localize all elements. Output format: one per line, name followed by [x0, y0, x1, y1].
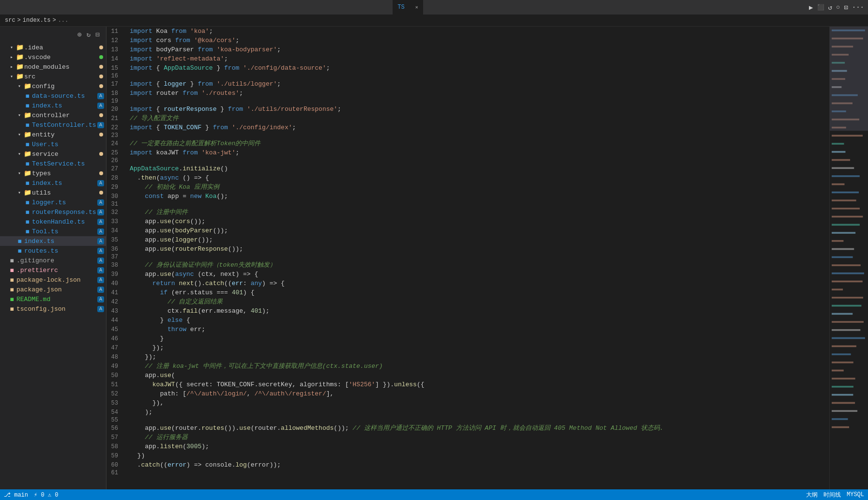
line-content[interactable]: import { routerResponse } from './utils/…: [126, 105, 829, 114]
breadcrumb-src[interactable]: src: [5, 17, 15, 24]
line-content[interactable]: // 身份认证验证中间件（token失效时触发）: [126, 260, 829, 270]
run-icon[interactable]: ▶: [809, 3, 813, 12]
line-content[interactable]: }),: [126, 398, 829, 408]
sidebar-item-node-modules[interactable]: ▸ 📁 node_modules: [0, 62, 106, 72]
line-content[interactable]: });: [126, 352, 829, 362]
sidebar-item-tokenhandle[interactable]: ◼ tokenHandle.ts A: [0, 217, 106, 227]
line-content[interactable]: throw err;: [126, 325, 829, 334]
line-content[interactable]: // 自定义返回结果: [126, 297, 829, 306]
sidebar-item-vscode[interactable]: ▸ 📁 .vscode: [0, 52, 106, 62]
line-number: 49: [107, 362, 126, 371]
line-content[interactable]: [126, 132, 829, 139]
line-content[interactable]: [126, 73, 829, 79]
sidebar-item-prettierrc[interactable]: ◼ .prettierrc A: [0, 265, 106, 275]
sidebar-item-config-index[interactable]: ◼ index.ts A: [0, 101, 106, 110]
line-content[interactable]: app.use(async (ctx, next) => {: [126, 270, 829, 279]
debug-icon[interactable]: ⬛: [817, 4, 824, 11]
sidebar-item-types[interactable]: ▾ 📁 types: [0, 168, 106, 178]
sidebar-item-readme[interactable]: ◼ README.md A: [0, 294, 106, 304]
breadcrumb-more[interactable]: ...: [58, 17, 69, 24]
line-content[interactable]: [126, 417, 829, 424]
sidebar-item-entity[interactable]: ▾ 📁 entity: [0, 130, 106, 139]
line-content[interactable]: import Koa from 'koa';: [126, 27, 829, 36]
line-content[interactable]: app.use(cors());: [126, 217, 829, 226]
code-line: 42 // 自定义返回结果: [107, 297, 829, 306]
tab-close-icon[interactable]: ✕: [415, 4, 418, 10]
line-content[interactable]: app.use(: [126, 371, 829, 380]
back-icon[interactable]: ↺: [828, 3, 832, 12]
line-content[interactable]: import { logger } from './utils/logger';: [126, 79, 829, 89]
line-content[interactable]: [126, 98, 829, 105]
statusbar-branch[interactable]: ⎇ main: [4, 491, 28, 499]
line-content[interactable]: // 注册 koa-jwt 中间件，可以在上下文中直接获取用户信息(ctx.st…: [126, 362, 829, 371]
line-content[interactable]: } else {: [126, 316, 829, 325]
line-content[interactable]: app.use(routerResponse());: [126, 244, 829, 254]
line-content[interactable]: path: [/^\/auth\/login/, /^\/auth\/regis…: [126, 389, 829, 398]
breadcrumb-file[interactable]: index.ts: [23, 17, 51, 24]
forward-icon[interactable]: ○: [836, 3, 840, 11]
line-content[interactable]: AppDataSource.initialize(): [126, 164, 829, 173]
sidebar-item-logger[interactable]: ◼ logger.ts A: [0, 197, 106, 207]
line-content[interactable]: import { AppDataSource } from './config/…: [126, 63, 829, 73]
sidebar-item-src[interactable]: ▾ 📁 src: [0, 72, 106, 81]
sidebar-item-utils[interactable]: ▾ 📁 utils: [0, 188, 106, 197]
line-content[interactable]: // 导入配置文件: [126, 114, 829, 123]
split-icon[interactable]: ⊡: [844, 3, 848, 12]
sidebar-item-testservice[interactable]: ◼ TestService.ts: [0, 159, 106, 168]
sidebar-item-routes[interactable]: ◼ routes.ts A: [0, 246, 106, 256]
line-content[interactable]: });: [126, 343, 829, 352]
statusbar-timeline[interactable]: 时间线: [823, 491, 841, 499]
line-content[interactable]: [126, 201, 829, 208]
line-content[interactable]: );: [126, 408, 829, 417]
line-content[interactable]: .catch((error) => console.log(error));: [126, 460, 829, 470]
line-content[interactable]: import cors from '@koa/cors';: [126, 36, 829, 45]
line-content[interactable]: const app = new Koa();: [126, 192, 829, 201]
code-editor[interactable]: 11import Koa from 'koa';12import cors fr…: [107, 27, 829, 489]
sidebar-item-testcontroller[interactable]: ◼ TestController.ts A: [0, 120, 106, 130]
line-content[interactable]: app.listen(3005);: [126, 442, 829, 451]
sidebar-item-package-json[interactable]: ◼ package.json A: [0, 285, 106, 294]
line-content[interactable]: import { TOKEN_CONF } from './config/ind…: [126, 123, 829, 132]
sidebar-item-controller[interactable]: ▾ 📁 controller: [0, 110, 106, 120]
line-content[interactable]: [126, 470, 829, 476]
line-content[interactable]: import 'reflect-metadata';: [126, 54, 829, 63]
sidebar-item-idea[interactable]: ▾ 📁 .idea: [0, 43, 106, 52]
statusbar-errors[interactable]: ⚡ 0 ⚠ 0: [34, 491, 58, 499]
line-content[interactable]: // 初始化 Koa 应用实例: [126, 182, 829, 192]
line-content[interactable]: // 一定要在路由之前配置解析Token的中间件: [126, 139, 829, 148]
sidebar-item-user[interactable]: ◼ User.ts: [0, 139, 106, 149]
line-content[interactable]: app.use(router.routes()).use(router.allo…: [126, 424, 829, 433]
line-content[interactable]: }: [126, 334, 829, 343]
sidebar-item-tool[interactable]: ◼ Tool.ts A: [0, 227, 106, 236]
minimap[interactable]: [829, 27, 868, 489]
line-content[interactable]: }): [126, 451, 829, 460]
sidebar-item-config[interactable]: ▾ 📁 config: [0, 81, 106, 91]
sidebar-item-gitignore[interactable]: ◼ .gitignore A: [0, 256, 106, 265]
sidebar-item-tsconfig[interactable]: ◼ tsconfig.json A: [0, 304, 106, 314]
sidebar-actions[interactable]: ⊕ ↻ ⊟: [77, 30, 100, 39]
line-content[interactable]: [126, 254, 829, 260]
sidebar-item-routerresponse[interactable]: ◼ routerResponse.ts A: [0, 207, 106, 217]
line-content[interactable]: ctx.fail(err.message, 401);: [126, 306, 829, 316]
sidebar-item-service[interactable]: ▾ 📁 service: [0, 149, 106, 159]
tab-index-ts[interactable]: TS ✕: [393, 0, 423, 15]
line-content[interactable]: import bodyParser from 'koa-bodyparser';: [126, 45, 829, 54]
more-icon[interactable]: ···: [852, 3, 864, 11]
line-content[interactable]: import router from './routes';: [126, 89, 829, 98]
line-content[interactable]: // 运行服务器: [126, 433, 829, 442]
statusbar-outline[interactable]: 大纲: [806, 491, 818, 499]
statusbar-mysql[interactable]: MYSQL: [847, 491, 864, 498]
line-content[interactable]: // 注册中间件: [126, 208, 829, 217]
line-content[interactable]: import koaJWT from 'koa-jwt';: [126, 148, 829, 157]
line-content[interactable]: .then(async () => {: [126, 173, 829, 182]
line-content[interactable]: app.use(bodyParser());: [126, 226, 829, 235]
sidebar-item-package-lock[interactable]: ◼ package-lock.json A: [0, 275, 106, 285]
line-content[interactable]: app.use(logger());: [126, 235, 829, 244]
line-content[interactable]: if (err.status === 401) {: [126, 288, 829, 297]
line-content[interactable]: [126, 157, 829, 164]
line-content[interactable]: koaJWT({ secret: TOKEN_CONF.secretKey, a…: [126, 380, 829, 389]
line-content[interactable]: return next().catch((err: any) => {: [126, 279, 829, 288]
sidebar-item-data-source[interactable]: ◼ data-source.ts A: [0, 91, 106, 101]
sidebar-item-types-index[interactable]: ◼ index.ts A: [0, 178, 106, 188]
sidebar-item-src-index[interactable]: ◼ index.ts A: [0, 236, 106, 246]
